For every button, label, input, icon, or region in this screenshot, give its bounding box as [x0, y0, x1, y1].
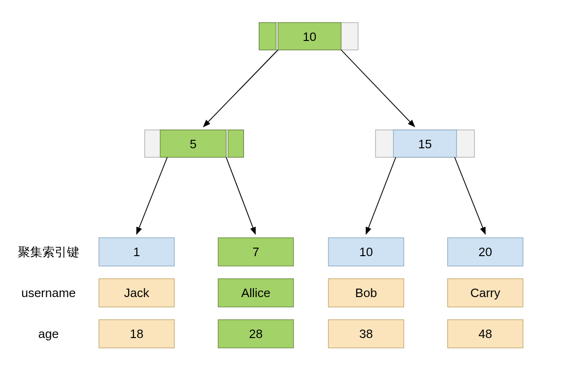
svg-rect-2 — [259, 23, 276, 50]
edge-l-r — [226, 157, 255, 234]
leaf-node-1: 1 Jack 18 — [99, 238, 174, 348]
leaf3-key: 10 — [359, 245, 373, 259]
leaf1-key: 1 — [133, 245, 140, 259]
edge-r-l — [366, 157, 396, 234]
svg-rect-6 — [228, 130, 244, 157]
edge-root-right — [341, 50, 415, 127]
leaf2-age: 28 — [249, 327, 263, 341]
leaf1-age: 18 — [130, 327, 144, 341]
leaf-node-3: 10 Bob 38 — [328, 238, 404, 348]
leaf4-username: Carry — [470, 286, 500, 300]
leaf-node-4: 20 Carry 48 — [448, 238, 523, 348]
edge-l-l — [137, 157, 167, 234]
row-label-key: 聚集索引键 — [18, 245, 79, 259]
leaf2-key: 7 — [253, 245, 259, 259]
leaf2-username: Allice — [241, 286, 270, 300]
leaf1-username: Jack — [124, 286, 149, 300]
row-label-age: age — [38, 327, 58, 341]
internal-right-value: 15 — [418, 137, 432, 151]
leaf4-key: 20 — [479, 245, 492, 259]
root-value: 10 — [303, 30, 317, 44]
leaf3-username: Bob — [355, 286, 377, 300]
root-node: 10 — [259, 23, 358, 50]
internal-left-value: 5 — [190, 137, 196, 151]
leaf3-age: 38 — [359, 327, 373, 341]
leaf4-age: 48 — [479, 327, 492, 341]
internal-node-left: 5 — [145, 130, 244, 157]
internal-node-right: 15 — [376, 130, 474, 157]
edge-r-r — [455, 157, 485, 234]
edge-root-left — [204, 50, 278, 127]
leaf-node-2: 7 Allice 28 — [218, 238, 294, 348]
row-label-username: username — [21, 286, 76, 300]
btree-diagram: 10 5 15 聚集索引键 username age 1 Jack 18 7 A… — [0, 0, 588, 371]
